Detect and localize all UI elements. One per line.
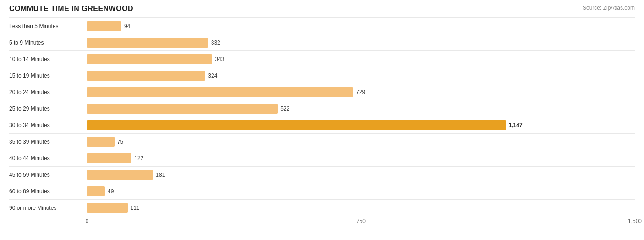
bar-value: 94 [124,23,130,29]
bar-value: 49 [108,188,114,195]
bar-row: 25 to 29 Minutes522 [9,100,635,117]
bar-label: Less than 5 Minutes [9,23,87,29]
bar [87,186,105,196]
bar-container: 94 [87,21,635,32]
bar-value: 522 [280,106,289,112]
bar-container: 324 [87,70,635,81]
bar [87,87,353,97]
x-axis: 07501,500 [87,216,635,227]
bar-container: 75 [87,136,635,147]
bar-row: 10 to 14 Minutes343 [9,50,635,67]
bar-row: 20 to 24 Minutes729 [9,84,635,100]
bar-container: 343 [87,54,635,65]
chart-source: Source: ZipAtlas.com [583,5,635,11]
bar-value: 122 [134,155,143,162]
bar-row: 45 to 59 Minutes181 [9,166,635,183]
bar-container: 111 [87,202,635,213]
bar-label: 5 to 9 Minutes [9,39,87,46]
bar-value: 729 [356,89,365,95]
bar-row: 40 to 44 Minutes122 [9,150,635,166]
chart-area: Less than 5 Minutes945 to 9 Minutes33210… [9,17,635,227]
bar [87,21,121,31]
bar [87,54,212,64]
bar-label: 90 or more Minutes [9,205,87,211]
bar-row: 15 to 19 Minutes324 [9,67,635,84]
bar-container: 332 [87,37,635,48]
bar-label: 60 to 89 Minutes [9,188,87,195]
bar-container: 122 [87,153,635,164]
bar [87,153,131,163]
bar [87,120,506,130]
bar-value: 332 [211,39,220,46]
bar-value: 324 [208,73,217,79]
bar-container: 1,147 [87,120,635,131]
bar-container: 729 [87,87,635,98]
bar-label: 45 to 59 Minutes [9,172,87,178]
bar-value: 111 [131,205,140,211]
bar-label: 40 to 44 Minutes [9,155,87,162]
bar [87,104,278,114]
bar-value: 181 [156,172,165,178]
x-tick-label: 1,500 [628,218,642,224]
bars-container: Less than 5 Minutes945 to 9 Minutes33210… [9,17,635,216]
bar-container: 181 [87,169,635,180]
chart-title: COMMUTE TIME IN GREENWOOD [9,5,133,13]
bar [87,38,208,48]
bar [87,71,205,81]
bar [87,137,115,147]
chart-wrapper: COMMUTE TIME IN GREENWOOD Source: ZipAtl… [9,5,635,227]
bar-value: 1,147 [509,122,523,128]
bar-container: 522 [87,103,635,114]
grid-line [635,17,635,217]
bar-row: 90 or more Minutes111 [9,199,635,216]
bar-row: 5 to 9 Minutes332 [9,34,635,50]
bar-row: 30 to 34 Minutes1,147 [9,117,635,133]
x-tick-label: 0 [86,218,89,224]
bar-row: Less than 5 Minutes94 [9,17,635,34]
bar-row: 60 to 89 Minutes49 [9,183,635,199]
bar-label: 35 to 39 Minutes [9,139,87,145]
chart-header: COMMUTE TIME IN GREENWOOD Source: ZipAtl… [9,5,635,13]
bar-label: 25 to 29 Minutes [9,106,87,112]
bar-label: 10 to 14 Minutes [9,56,87,62]
bar [87,170,153,180]
bar-row: 35 to 39 Minutes75 [9,133,635,150]
bar-value: 75 [117,139,123,145]
x-tick-label: 750 [356,218,366,224]
bar-label: 20 to 24 Minutes [9,89,87,95]
bar-label: 30 to 34 Minutes [9,122,87,128]
bar-container: 49 [87,186,635,197]
bar [87,203,128,213]
bar-label: 15 to 19 Minutes [9,73,87,79]
bar-value: 343 [215,56,224,62]
